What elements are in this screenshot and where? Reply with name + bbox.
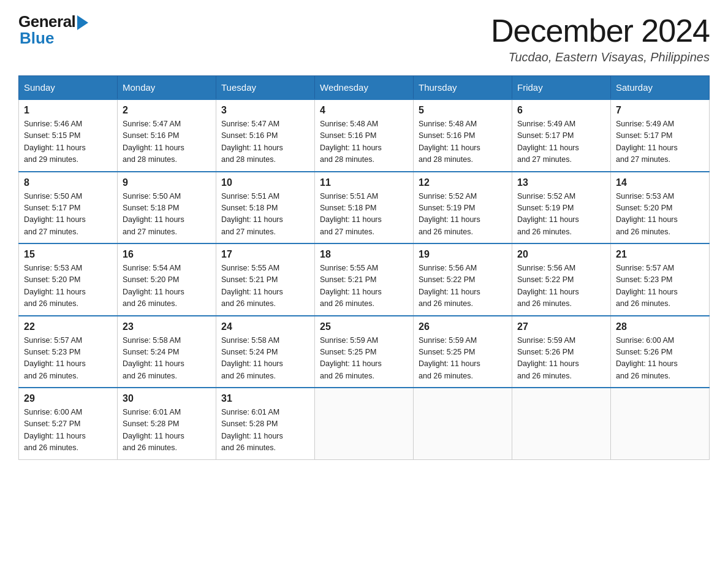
- day-number: 10: [221, 177, 309, 188]
- day-number: 23: [123, 321, 211, 332]
- header-wednesday: Wednesday: [315, 76, 414, 100]
- calendar-cell: 20 Sunrise: 5:56 AMSunset: 5:22 PMDaylig…: [512, 243, 611, 316]
- calendar-cell: 25 Sunrise: 5:59 AMSunset: 5:25 PMDaylig…: [315, 316, 414, 388]
- day-info: Sunrise: 5:48 AMSunset: 5:16 PMDaylight:…: [320, 120, 382, 164]
- day-number: 20: [517, 249, 605, 260]
- calendar-cell: 23 Sunrise: 5:58 AMSunset: 5:24 PMDaylig…: [118, 316, 216, 388]
- location-text: Tucdao, Eastern Visayas, Philippines: [491, 50, 710, 64]
- day-number: 4: [320, 105, 408, 116]
- calendar-cell: 7 Sunrise: 5:49 AMSunset: 5:17 PMDayligh…: [611, 99, 710, 172]
- calendar-cell: 28 Sunrise: 6:00 AMSunset: 5:26 PMDaylig…: [611, 316, 710, 388]
- day-number: 14: [616, 177, 704, 188]
- day-number: 3: [221, 105, 309, 116]
- day-number: 17: [221, 249, 309, 260]
- day-info: Sunrise: 5:51 AMSunset: 5:18 PMDaylight:…: [320, 192, 382, 236]
- logo: General Blue: [18, 12, 88, 48]
- day-number: 26: [419, 321, 507, 332]
- calendar-cell: 14 Sunrise: 5:53 AMSunset: 5:20 PMDaylig…: [611, 172, 710, 244]
- day-number: 31: [221, 393, 309, 404]
- calendar-cell: 26 Sunrise: 5:59 AMSunset: 5:25 PMDaylig…: [414, 316, 512, 388]
- month-title: December 2024: [491, 12, 710, 49]
- calendar-cell: 4 Sunrise: 5:48 AMSunset: 5:16 PMDayligh…: [315, 99, 414, 172]
- day-info: Sunrise: 5:57 AMSunset: 5:23 PMDaylight:…: [24, 336, 86, 380]
- day-number: 18: [320, 249, 408, 260]
- calendar-cell: 31 Sunrise: 6:01 AMSunset: 5:28 PMDaylig…: [216, 388, 315, 459]
- calendar-cell: 21 Sunrise: 5:57 AMSunset: 5:23 PMDaylig…: [611, 243, 710, 316]
- day-number: 15: [24, 249, 112, 260]
- day-info: Sunrise: 5:55 AMSunset: 5:21 PMDaylight:…: [221, 264, 283, 308]
- calendar-cell: 2 Sunrise: 5:47 AMSunset: 5:16 PMDayligh…: [118, 99, 216, 172]
- day-number: 19: [419, 249, 507, 260]
- day-number: 12: [419, 177, 507, 188]
- day-number: 6: [517, 105, 605, 116]
- header-saturday: Saturday: [611, 76, 710, 100]
- day-number: 11: [320, 177, 408, 188]
- day-info: Sunrise: 5:55 AMSunset: 5:21 PMDaylight:…: [320, 264, 382, 308]
- day-number: 13: [517, 177, 605, 188]
- day-info: Sunrise: 5:51 AMSunset: 5:18 PMDaylight:…: [221, 192, 283, 236]
- day-number: 22: [24, 321, 112, 332]
- calendar-cell: 15 Sunrise: 5:53 AMSunset: 5:20 PMDaylig…: [19, 243, 118, 316]
- calendar-cell: 6 Sunrise: 5:49 AMSunset: 5:17 PMDayligh…: [512, 99, 611, 172]
- day-info: Sunrise: 6:00 AMSunset: 5:27 PMDaylight:…: [24, 408, 86, 452]
- calendar-cell: 24 Sunrise: 5:58 AMSunset: 5:24 PMDaylig…: [216, 316, 315, 388]
- day-info: Sunrise: 5:47 AMSunset: 5:16 PMDaylight:…: [221, 120, 283, 164]
- header-sunday: Sunday: [19, 76, 118, 100]
- calendar-cell: 17 Sunrise: 5:55 AMSunset: 5:21 PMDaylig…: [216, 243, 315, 316]
- calendar-cell: [611, 388, 710, 459]
- day-info: Sunrise: 5:49 AMSunset: 5:17 PMDaylight:…: [517, 120, 579, 164]
- day-number: 25: [320, 321, 408, 332]
- calendar-week-row-5: 29 Sunrise: 6:00 AMSunset: 5:27 PMDaylig…: [19, 388, 710, 459]
- day-info: Sunrise: 5:57 AMSunset: 5:23 PMDaylight:…: [616, 264, 678, 308]
- day-number: 16: [123, 249, 211, 260]
- day-info: Sunrise: 5:59 AMSunset: 5:25 PMDaylight:…: [419, 336, 480, 380]
- calendar-cell: 11 Sunrise: 5:51 AMSunset: 5:18 PMDaylig…: [315, 172, 414, 244]
- day-number: 29: [24, 393, 112, 404]
- day-info: Sunrise: 5:53 AMSunset: 5:20 PMDaylight:…: [616, 192, 678, 236]
- page-header: General Blue December 2024 Tucdao, Easte…: [18, 12, 710, 64]
- day-number: 28: [616, 321, 704, 332]
- day-number: 1: [24, 105, 112, 116]
- day-info: Sunrise: 5:58 AMSunset: 5:24 PMDaylight:…: [221, 336, 283, 380]
- logo-blue-text: Blue: [20, 29, 54, 48]
- day-info: Sunrise: 6:01 AMSunset: 5:28 PMDaylight:…: [123, 408, 184, 452]
- day-number: 24: [221, 321, 309, 332]
- calendar-cell: 12 Sunrise: 5:52 AMSunset: 5:19 PMDaylig…: [414, 172, 512, 244]
- calendar-header-row: Sunday Monday Tuesday Wednesday Thursday…: [19, 76, 710, 100]
- day-info: Sunrise: 5:58 AMSunset: 5:24 PMDaylight:…: [123, 336, 184, 380]
- day-info: Sunrise: 5:46 AMSunset: 5:15 PMDaylight:…: [24, 120, 86, 164]
- calendar-cell: 3 Sunrise: 5:47 AMSunset: 5:16 PMDayligh…: [216, 99, 315, 172]
- day-info: Sunrise: 5:54 AMSunset: 5:20 PMDaylight:…: [123, 264, 184, 308]
- day-info: Sunrise: 5:50 AMSunset: 5:17 PMDaylight:…: [24, 192, 86, 236]
- day-number: 21: [616, 249, 704, 260]
- calendar-week-row-4: 22 Sunrise: 5:57 AMSunset: 5:23 PMDaylig…: [19, 316, 710, 388]
- day-info: Sunrise: 5:49 AMSunset: 5:17 PMDaylight:…: [616, 120, 678, 164]
- calendar-cell: 9 Sunrise: 5:50 AMSunset: 5:18 PMDayligh…: [118, 172, 216, 244]
- day-info: Sunrise: 5:47 AMSunset: 5:16 PMDaylight:…: [123, 120, 184, 164]
- day-number: 5: [419, 105, 507, 116]
- logo-triangle-icon: [77, 15, 88, 30]
- calendar-cell: 19 Sunrise: 5:56 AMSunset: 5:22 PMDaylig…: [414, 243, 512, 316]
- day-info: Sunrise: 6:01 AMSunset: 5:28 PMDaylight:…: [221, 408, 283, 452]
- day-info: Sunrise: 5:52 AMSunset: 5:19 PMDaylight:…: [517, 192, 579, 236]
- day-info: Sunrise: 5:48 AMSunset: 5:16 PMDaylight:…: [419, 120, 480, 164]
- day-number: 2: [123, 105, 211, 116]
- day-number: 27: [517, 321, 605, 332]
- calendar-cell: 5 Sunrise: 5:48 AMSunset: 5:16 PMDayligh…: [414, 99, 512, 172]
- calendar-cell: [414, 388, 512, 459]
- calendar-cell: 13 Sunrise: 5:52 AMSunset: 5:19 PMDaylig…: [512, 172, 611, 244]
- day-info: Sunrise: 6:00 AMSunset: 5:26 PMDaylight:…: [616, 336, 678, 380]
- calendar-cell: 1 Sunrise: 5:46 AMSunset: 5:15 PMDayligh…: [19, 99, 118, 172]
- day-number: 30: [123, 393, 211, 404]
- day-info: Sunrise: 5:50 AMSunset: 5:18 PMDaylight:…: [123, 192, 184, 236]
- header-friday: Friday: [512, 76, 611, 100]
- header-thursday: Thursday: [414, 76, 512, 100]
- calendar-cell: 10 Sunrise: 5:51 AMSunset: 5:18 PMDaylig…: [216, 172, 315, 244]
- day-number: 7: [616, 105, 704, 116]
- day-info: Sunrise: 5:52 AMSunset: 5:19 PMDaylight:…: [419, 192, 480, 236]
- calendar-cell: 8 Sunrise: 5:50 AMSunset: 5:17 PMDayligh…: [19, 172, 118, 244]
- header-tuesday: Tuesday: [216, 76, 315, 100]
- day-number: 9: [123, 177, 211, 188]
- calendar-cell: 30 Sunrise: 6:01 AMSunset: 5:28 PMDaylig…: [118, 388, 216, 459]
- calendar-week-row-3: 15 Sunrise: 5:53 AMSunset: 5:20 PMDaylig…: [19, 243, 710, 316]
